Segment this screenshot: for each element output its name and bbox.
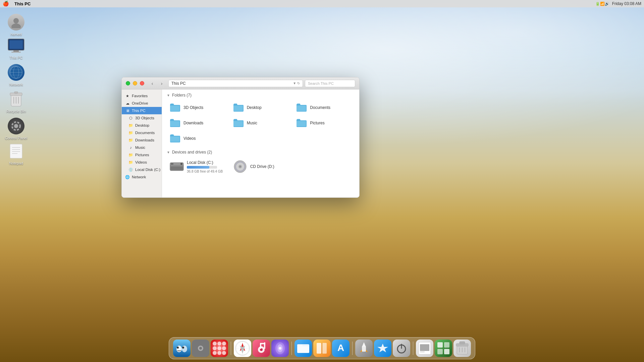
dock-item-books[interactable] — [313, 340, 331, 357]
desktop-icon-network[interactable]: Network — [3, 64, 30, 87]
svg-point-38 — [177, 347, 179, 349]
dock-item-preview[interactable] — [416, 340, 433, 357]
drive-c-name: Local Disk (C:) — [187, 160, 223, 165]
svg-rect-98 — [460, 342, 465, 344]
svg-point-50 — [213, 351, 217, 355]
address-input[interactable]: This PC ▼ ↻ — [168, 80, 303, 87]
sidebar-item-favorites[interactable]: ★ Favorites — [122, 92, 162, 100]
folder-downloads-icon-main — [169, 118, 181, 128]
main-content: ▼ Folders (7) 3D Objects — [162, 89, 359, 197]
drive-item-d[interactable]: CD Drive (D:) — [230, 158, 291, 175]
folder-pictures-icon: 📁 — [128, 153, 133, 157]
maximize-button[interactable] — [126, 81, 130, 85]
drive-c-free: 36.8 GB free of 49.4 GB — [187, 170, 223, 173]
monitor-icon-svg — [7, 38, 25, 53]
sidebar-onedrive-label: OneDrive — [132, 101, 148, 105]
dock-item-siri[interactable] — [271, 340, 289, 357]
thispc-icon-label: This PC — [9, 56, 22, 60]
recycle-icon-label: Recycle Bin — [6, 109, 26, 114]
svg-point-45 — [217, 342, 221, 346]
desktop-icon-recycle[interactable]: Recycle Bin — [3, 90, 30, 114]
cloud-icon: ☁ — [125, 101, 130, 106]
drive-c-bar-fill — [187, 166, 209, 169]
dock-item-files[interactable] — [294, 340, 312, 357]
svg-rect-5 — [11, 52, 21, 53]
svg-point-1 — [11, 23, 21, 28]
folders-grid: 3D Objects Desktop Documents — [167, 101, 355, 145]
dock-divider-4 — [413, 342, 413, 355]
dock-item-itunes[interactable] — [253, 340, 270, 357]
desktop-icon-thispc[interactable]: This PC — [3, 37, 30, 60]
folder-item-videos[interactable]: Videos — [167, 132, 228, 145]
sidebar-item-desktop[interactable]: 📁 Desktop — [122, 122, 162, 129]
nav-forward-button[interactable]: › — [158, 80, 166, 87]
desktop-icon-user[interactable]: hamed — [3, 13, 30, 37]
svg-point-33 — [239, 166, 241, 167]
folder-item-desktop[interactable]: Desktop — [230, 101, 291, 114]
svg-point-52 — [222, 351, 226, 355]
sidebar-item-music[interactable]: ♪ Music — [122, 144, 162, 151]
dock-item-launchpad[interactable] — [211, 340, 228, 357]
folder-music-label: Music — [247, 121, 257, 125]
sidebar-desktop-label: Desktop — [135, 123, 149, 127]
folder-item-downloads[interactable]: Downloads — [167, 116, 228, 130]
sidebar-item-videos[interactable]: 📁 Videos — [122, 159, 162, 166]
sidebar-item-localdisk[interactable]: 💿 Local Disk (C:) — [122, 166, 162, 173]
folders-section-header[interactable]: ▼ Folders (7) — [167, 93, 355, 98]
safari-icon — [234, 340, 251, 357]
folders-section-title: Folders (7) — [172, 93, 192, 98]
drive-d-name: CD Drive (D:) — [250, 164, 274, 169]
drive-item-c[interactable]: Local Disk (C:) 36.8 GB free of 49.4 GB — [167, 158, 228, 175]
svg-rect-65 — [260, 343, 265, 344]
minimize-button[interactable] — [133, 81, 137, 85]
folder-item-documents[interactable]: Documents — [293, 101, 355, 114]
dock-item-rocket[interactable] — [355, 340, 373, 357]
folder-desktop-label: Desktop — [247, 105, 262, 110]
close-button[interactable] — [140, 81, 144, 85]
sidebar-item-network[interactable]: 🌐 Network — [122, 173, 162, 181]
svg-point-42 — [199, 347, 202, 350]
dock-item-settings[interactable] — [192, 340, 209, 357]
desktop-icon-controlpanel[interactable]: Control Panel — [3, 117, 30, 140]
nav-back-button[interactable]: ‹ — [148, 80, 156, 87]
svg-rect-81 — [362, 346, 366, 352]
dock-item-safari[interactable] — [234, 340, 251, 357]
file-explorer-window: ‹ › This PC ▼ ↻ Search This PC ★ Favorit… — [121, 77, 360, 198]
drive-c-info: Local Disk (C:) 36.8 GB free of 49.4 GB — [187, 160, 223, 173]
sidebar-item-thispc[interactable]: 🖥 This PC — [122, 107, 162, 114]
svg-rect-88 — [420, 344, 429, 351]
dock-item-finder[interactable] — [173, 340, 191, 357]
folder-videos-label: Videos — [183, 136, 196, 141]
globe-icon — [8, 64, 24, 81]
sidebar-item-pictures[interactable]: 📁 Pictures — [122, 151, 162, 159]
folder-item-pictures[interactable]: Pictures — [293, 116, 355, 130]
sidebar-item-downloads[interactable]: 📁 Downloads — [122, 136, 162, 144]
svg-rect-90 — [435, 340, 452, 357]
address-text: This PC — [171, 81, 186, 86]
drive-d-info: CD Drive (D:) — [250, 164, 274, 169]
dock-item-appstore-blue[interactable]: A — [332, 340, 350, 357]
sidebar-localdisk-label: Local Disk (C:) — [135, 168, 160, 172]
sidebar-item-3dobjects[interactable]: ⬡ 3D Objects — [122, 114, 162, 122]
folder-item-3dobjects[interactable]: 3D Objects — [167, 101, 228, 114]
window-titlebar: ‹ › This PC ▼ ↻ Search This PC — [122, 77, 359, 89]
folder-documents-icon — [296, 103, 307, 112]
desktop-icon-notepad[interactable]: Notepad — [3, 142, 30, 166]
sidebar-item-onedrive[interactable]: ☁ OneDrive — [122, 100, 162, 107]
folder-item-music[interactable]: Music — [230, 116, 291, 130]
dock-item-power[interactable] — [393, 340, 410, 357]
mosaic-icon — [435, 340, 452, 357]
network-icon-label: Network — [9, 82, 23, 87]
menubar-app-name[interactable]: This PC — [14, 1, 31, 6]
drives-section-header[interactable]: ▼ Devices and drives (2) — [167, 150, 355, 155]
menubar-left: 🍎 This PC — [3, 1, 31, 7]
dock-item-appstore2[interactable] — [374, 340, 391, 357]
folder-downloads-icon: 📁 — [128, 138, 133, 142]
dock-item-trash[interactable] — [453, 340, 471, 357]
hdd-icon: 💿 — [128, 167, 133, 172]
apple-menu[interactable]: 🍎 — [3, 1, 9, 7]
sidebar-item-documents[interactable]: 📁 Documents — [122, 129, 162, 136]
drive-c-bar-container — [187, 166, 217, 169]
dock-item-mosaic[interactable] — [435, 340, 452, 357]
search-input[interactable]: Search This PC — [305, 80, 355, 87]
